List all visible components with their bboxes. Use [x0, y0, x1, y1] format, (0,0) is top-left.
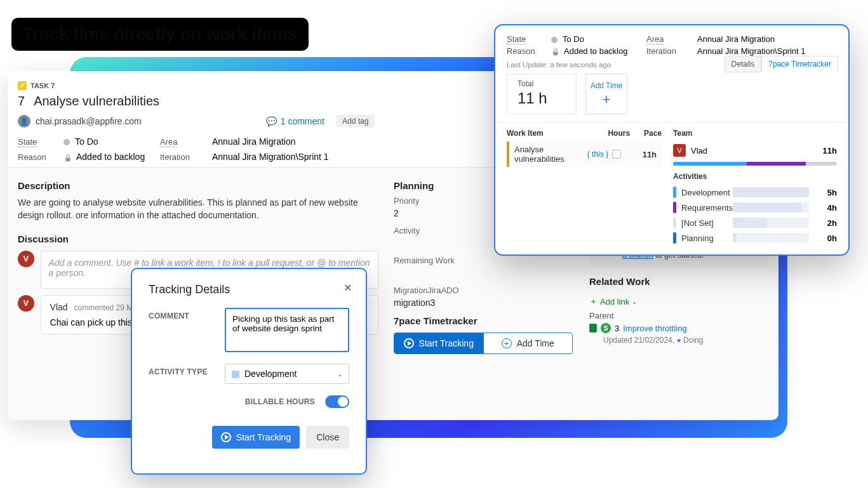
activity-color-swatch	[232, 371, 239, 378]
col-pace: Pace	[630, 129, 662, 138]
workitem-row[interactable]: Analyse vulnerabilities ( this ) 11h	[507, 142, 662, 167]
chevron-down-icon: ⌄	[632, 298, 637, 305]
avatar-icon: 👤	[18, 115, 30, 128]
activity-hours: 0h	[815, 234, 837, 243]
plus-icon: ＋	[589, 296, 598, 307]
chevron-down-icon: ⌄	[337, 371, 342, 378]
billable-label: BILLABLE HOURS	[245, 397, 315, 406]
parent-status: Doing	[683, 336, 703, 345]
comment-author-avatar: V	[18, 295, 34, 312]
add-tag-button[interactable]: Add tag	[336, 115, 375, 128]
col-team: Team	[673, 129, 837, 138]
activity-bar	[733, 202, 809, 213]
play-icon	[404, 338, 414, 348]
tt-iteration-value[interactable]: Annual Jira Migration\Sprint 1	[697, 46, 837, 56]
billable-toggle[interactable]	[325, 395, 349, 408]
modal-title: Tracking Details	[149, 283, 349, 296]
assignee-email: chai.prasadk@appfire.com	[36, 116, 142, 126]
activity-name: [Not Set]	[681, 218, 733, 228]
description-heading: Description	[18, 180, 378, 191]
tt-reason-label: Reason	[507, 46, 545, 56]
team-member-row[interactable]: V Vlad 11h	[673, 142, 837, 159]
comment-author: Vlad	[50, 302, 68, 312]
play-icon	[221, 432, 231, 442]
total-label: Total	[517, 79, 566, 88]
activity-color-stripe	[673, 187, 676, 198]
area-label: Area	[160, 137, 204, 147]
activity-row[interactable]: [Not Set]2h	[673, 215, 837, 230]
marketing-headline: Track time directly on work items	[11, 18, 309, 51]
tt-state-label: State	[507, 34, 545, 44]
description-text[interactable]: We are going to analyse website vulnerab…	[18, 196, 378, 222]
reason-label: Reason	[18, 152, 56, 162]
task-type-pill: ✓ TASK 7	[18, 81, 55, 90]
activity-type-label: ACTIVITY TYPE	[149, 364, 215, 376]
plus-icon: +	[603, 93, 611, 107]
activity-color-stripe	[673, 202, 676, 213]
modal-start-tracking-button[interactable]: Start Tracking	[212, 426, 300, 449]
related-work-heading: Related Work	[589, 276, 768, 287]
activity-hours: 2h	[815, 218, 837, 228]
activity-bar	[733, 187, 809, 197]
state-label: State	[18, 137, 56, 147]
timetracker-heading: 7pace Timetracker	[394, 315, 574, 326]
activities-heading: Activities	[673, 172, 837, 181]
iteration-label: Iteration	[160, 152, 204, 162]
related-add-link[interactable]: ＋ Add link ⌄	[589, 296, 637, 307]
activity-bar	[733, 233, 809, 243]
start-tracking-button[interactable]: Start Tracking	[394, 333, 483, 353]
activity-row[interactable]: Development5h	[673, 185, 837, 200]
calculator-icon	[612, 150, 621, 159]
custom-field-label: MigrationJiraADO	[394, 286, 574, 295]
tracking-details-modal: Tracking Details ✕ COMMENT ACTIVITY TYPE…	[131, 268, 367, 475]
activity-name: Requirements	[681, 203, 733, 213]
add-time-card[interactable]: Add Time +	[585, 74, 627, 114]
activity-row[interactable]: Requirements4h	[673, 200, 837, 215]
this-indicator: ( this )	[587, 150, 608, 159]
task-label: TASK 7	[30, 82, 55, 89]
workitem-row-name: Analyse vulnerabilities	[514, 145, 584, 164]
close-icon[interactable]: ✕	[344, 282, 352, 294]
col-workitem: Work Item	[507, 129, 592, 138]
parent-number: 3	[615, 324, 619, 333]
activity-bar	[733, 218, 809, 228]
remaining-work-value[interactable]	[394, 268, 574, 278]
parent-work-item-link[interactable]: Improve throttling	[623, 324, 686, 333]
task-icon: ✓	[18, 81, 27, 90]
tab-timetracker[interactable]: 7pace Timetracker	[761, 56, 838, 72]
col-hours: Hours	[592, 129, 630, 138]
comment-textarea[interactable]	[225, 308, 349, 352]
discussion-heading: Discussion	[18, 234, 378, 244]
activity-hours: 4h	[815, 203, 837, 213]
status-badge-icon: S	[601, 323, 611, 333]
current-user-avatar: V	[18, 251, 34, 267]
reason-value: Added to backlog	[63, 152, 152, 162]
tt-state-value[interactable]: To Do	[551, 34, 640, 44]
custom-field-value[interactable]: migration3	[394, 298, 574, 308]
parent-link-section: Parent S 3 Improve throttling Updated 21…	[589, 311, 768, 345]
total-value: 11 h	[517, 89, 566, 107]
team-distribution-bar	[673, 162, 837, 166]
total-hours-card: Total 11 h	[507, 74, 577, 114]
tab-details[interactable]: Details	[724, 56, 762, 72]
comment-label: COMMENT	[149, 308, 215, 320]
activity-name: Development	[681, 188, 733, 197]
remaining-work-label: Remaining Work	[394, 256, 574, 265]
activity-type-select[interactable]: Development ⌄	[225, 364, 349, 384]
activity-hours: 5h	[815, 188, 837, 197]
team-member-name: Vlad	[691, 146, 818, 155]
activity-color-stripe	[673, 217, 676, 228]
work-item-number: 7	[18, 94, 25, 109]
timetracker-panel: State To Do Area Annual Jira Migration R…	[494, 24, 850, 256]
add-time-button[interactable]: + Add Time	[483, 333, 573, 353]
activity-row[interactable]: Planning0h	[673, 230, 837, 246]
team-avatar: V	[673, 144, 686, 157]
tt-area-value[interactable]: Annual Jira Migration	[697, 34, 837, 44]
work-item-title[interactable]: Analyse vulnerabilities	[34, 94, 159, 109]
workitem-row-hours: 11h	[625, 150, 657, 159]
modal-close-button[interactable]: Close	[306, 426, 349, 449]
parent-label: Parent	[589, 311, 768, 320]
state-value[interactable]: To Do	[63, 136, 152, 147]
comments-link[interactable]: 💬 1 comment	[266, 116, 324, 126]
assignee-field[interactable]: 👤 chai.prasadk@appfire.com	[18, 115, 142, 128]
